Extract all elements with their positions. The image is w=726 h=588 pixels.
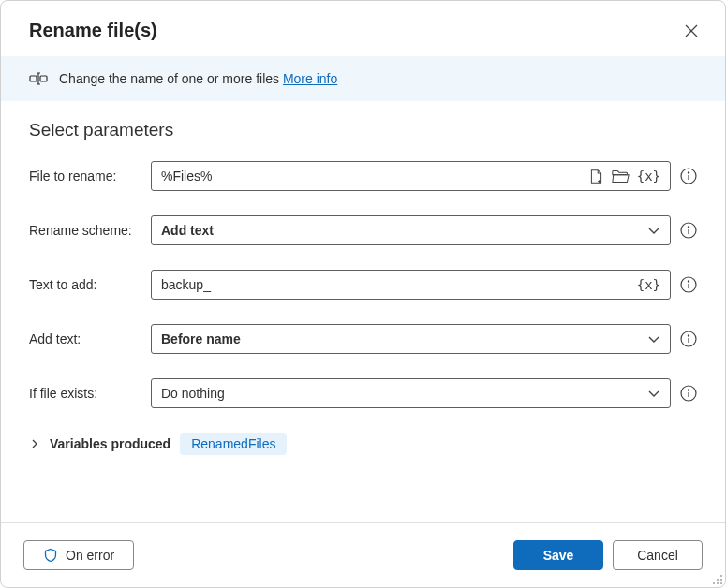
value-add-text: Before name (161, 331, 647, 346)
info-icon[interactable] (680, 168, 697, 184)
resize-grip-icon[interactable] (712, 574, 723, 585)
svg-point-8 (688, 172, 689, 173)
dialog-title: Rename file(s) (29, 20, 157, 41)
label-add-text: Add text: (29, 331, 151, 346)
svg-point-24 (720, 579, 722, 581)
select-if-file-exists[interactable]: Do nothing (151, 378, 671, 408)
svg-point-14 (688, 281, 689, 282)
variable-badge[interactable]: RenamedFiles (180, 433, 287, 455)
label-if-file-exists: If file exists: (29, 386, 151, 401)
svg-point-26 (717, 582, 719, 584)
folder-picker-icon[interactable] (612, 169, 630, 184)
svg-point-11 (688, 227, 689, 228)
value-text-to-add: backup_ (161, 277, 637, 292)
row-if-file-exists: If file exists: Do nothing (29, 378, 697, 408)
row-rename-scheme: Rename scheme: Add text (29, 215, 697, 245)
variable-picker-icon[interactable]: {x} (637, 169, 660, 184)
rename-action-icon (29, 69, 48, 88)
chevron-down-icon (647, 387, 660, 400)
label-rename-scheme: Rename scheme: (29, 223, 151, 238)
svg-point-17 (688, 335, 689, 336)
info-banner: Change the name of one or more files Mor… (1, 56, 725, 101)
value-rename-scheme: Add text (161, 223, 647, 238)
variable-picker-icon[interactable]: {x} (637, 277, 660, 292)
row-text-to-add: Text to add: backup_ {x} (29, 270, 697, 300)
info-icon[interactable] (680, 276, 697, 293)
label-text-to-add: Text to add: (29, 277, 151, 292)
svg-rect-3 (40, 76, 47, 81)
chevron-down-icon (647, 332, 660, 345)
select-add-text[interactable]: Before name (151, 324, 671, 354)
svg-point-23 (717, 579, 719, 581)
close-button[interactable] (680, 20, 703, 45)
shield-icon (43, 548, 58, 563)
close-icon (684, 23, 699, 38)
value-if-file-exists: Do nothing (161, 386, 647, 401)
cancel-button[interactable]: Cancel (613, 540, 703, 570)
more-info-link[interactable]: More info (283, 71, 337, 86)
info-icon[interactable] (680, 385, 697, 402)
save-button[interactable]: Save (513, 540, 603, 570)
svg-point-25 (713, 582, 715, 584)
svg-point-20 (688, 390, 689, 390)
svg-rect-2 (30, 76, 37, 81)
value-file-to-rename: %Files% (161, 169, 588, 184)
svg-point-27 (720, 582, 722, 584)
svg-point-22 (720, 575, 722, 577)
on-error-label: On error (66, 548, 114, 563)
dialog-footer: On error Save Cancel (1, 522, 725, 587)
banner-content: Change the name of one or more files Mor… (59, 71, 337, 86)
label-file-to-rename: File to rename: (29, 169, 151, 184)
info-icon[interactable] (680, 331, 697, 347)
chevron-right-icon (29, 438, 40, 449)
row-add-text: Add text: Before name (29, 324, 697, 354)
input-file-to-rename[interactable]: %Files% {x} (151, 161, 671, 191)
banner-text: Change the name of one or more files (59, 71, 279, 86)
chevron-down-icon (647, 224, 660, 237)
rename-files-dialog: Rename file(s) Change the name of one or… (0, 0, 726, 588)
section-title: Select parameters (29, 120, 697, 140)
dialog-content: Select parameters File to rename: %Files… (1, 101, 725, 522)
file-picker-icon[interactable] (588, 169, 604, 184)
input-text-to-add[interactable]: backup_ {x} (151, 270, 671, 300)
variables-produced-label: Variables produced (50, 436, 170, 451)
select-rename-scheme[interactable]: Add text (151, 215, 671, 245)
dialog-header: Rename file(s) (1, 1, 725, 56)
variables-produced-row[interactable]: Variables produced RenamedFiles (29, 433, 697, 455)
on-error-button[interactable]: On error (23, 540, 134, 570)
info-icon[interactable] (680, 222, 697, 239)
row-file-to-rename: File to rename: %Files% (29, 161, 697, 191)
